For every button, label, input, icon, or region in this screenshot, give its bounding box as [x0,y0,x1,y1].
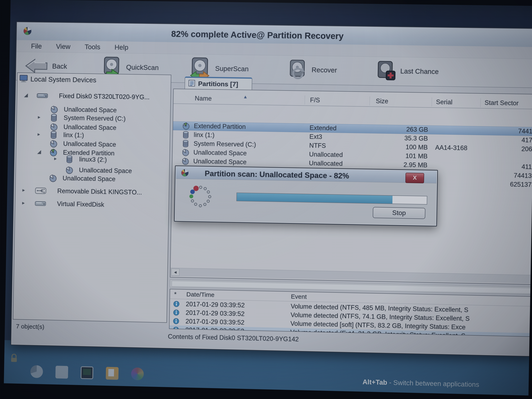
column-event[interactable]: Event [291,293,307,300]
dark-screen-icon[interactable] [81,366,93,379]
toolbar-label: SuperScan [215,65,249,73]
app-logo-icon [23,26,32,36]
cell-fs: Ext3 [309,133,322,141]
usb-icon [35,187,46,195]
tree-item-label: Unallocated Space [64,106,117,114]
tree-item-label: Unallocated Space [63,123,116,132]
object-count-status: 7 object(s) [16,323,44,330]
log-datetime: 2017-01-29 03:39:52 [185,309,245,318]
spinner-dot [191,199,194,202]
unallocated-icon [49,174,57,182]
spinner-dot [204,187,207,190]
partition-icon [50,114,58,122]
expand-icon[interactable]: ▸ [22,200,25,206]
monitor-icon [19,75,28,83]
spinner-dot [203,203,207,206]
expand-icon[interactable]: ▸ [38,114,40,120]
menu-file[interactable]: File [31,42,42,50]
toolbar-label: Back [52,62,67,70]
close-icon[interactable]: X [405,173,424,183]
unallocated-icon [50,123,58,131]
partition-list-icon [188,80,195,88]
white-window-icon[interactable] [55,366,68,379]
scan-spinner [188,184,214,210]
cell-name: System Reserved (C:) [194,140,256,148]
contents-status: Contents of Fixed Disk0 ST320LT020-9YG14… [168,333,299,343]
tree-item-label: linux3 (2:) [79,156,107,163]
cell-name: Unallocated Space [193,158,247,166]
pie-disk-icon[interactable] [30,365,43,378]
tab-partitions-label: Partitions [7] [198,80,238,88]
toolbar-label: QuickScan [126,63,159,72]
expand-icon[interactable]: ▸ [22,187,25,193]
device-tree-header: Local System Devices [19,75,96,85]
unallocated-icon [50,105,58,113]
device-tree-panel: Local System Devices ◢Fixed Disk0 ST320L… [13,72,171,323]
collapse-icon[interactable]: ◢ [37,149,41,155]
window-title: 82% complete Active@ Partition Recovery [171,29,344,41]
stop-button[interactable]: Stop [373,207,425,219]
menu-view[interactable]: View [56,43,71,51]
info-icon [173,301,180,307]
tree-item-removable-disk1-kingsto[interactable]: ▸Removable Disk1 KINGSTO... [15,186,169,198]
cell-start-sector: 2068 [521,145,532,153]
tree-item-label: Virtual FixedDisk [57,200,104,208]
hard-disk-icon [37,92,48,100]
spinner-dot [207,200,210,203]
spinner-dot [189,194,193,198]
partition-recovery-window: 82% complete Active@ Partition Recovery … [11,22,532,357]
partition-icon [182,131,190,139]
unallocated-icon [49,139,57,148]
tree-item-label: linx (1:) [63,131,84,139]
spinner-dot [208,195,211,198]
cell-start-sector: 6251373 [510,181,532,188]
expand-icon[interactable]: ▸ [54,156,57,161]
cell-size: 101 MB [366,152,428,160]
cell-fs: Extended [310,124,337,132]
scroll-left-icon[interactable]: ◄ [171,269,179,276]
info-icon [173,309,180,316]
partition-scan-dialog: Partition scan: Unallocated Space - 82% … [174,165,438,226]
partition-icon [50,131,58,139]
cell-start-sector: 4116 [521,163,532,171]
partition-icon [182,139,190,148]
spinner-dot [199,186,202,189]
menu-help[interactable]: Help [114,43,128,51]
unallocated-icon [181,148,190,156]
device-tree-title: Local System Devices [30,75,96,84]
menu-tools[interactable]: Tools [85,43,100,51]
cell-serial: AA14-3168 [435,144,467,152]
toolbar-label: Last Chance [400,67,439,76]
tree-item-label: System Reserved (C:) [64,114,126,122]
tree-item-fixed-disk0-st320lt020-9yg[interactable]: ◢Fixed Disk0 ST320LT020-9YG... [17,91,171,102]
info-icon [173,326,179,333]
cell-fs: Unallocated [309,159,343,167]
extended-icon [182,122,190,130]
tree-item-label: Removable Disk1 KINGSTO... [57,187,142,196]
collapse-icon[interactable]: ◢ [24,92,28,98]
cell-fs: Unallocated [309,151,343,159]
tree-item-label: Fixed Disk0 ST320LT020-9YG... [59,92,150,101]
screen: 82% complete Active@ Partition Recovery … [4,0,532,395]
dialog-titlebar[interactable]: Partition scan: Unallocated Space - 82% … [176,167,437,183]
taskbar-dock [30,365,144,380]
expand-icon[interactable]: ▸ [38,131,40,137]
toolbar-label: Recover [311,66,337,74]
spinner-dot [193,186,199,191]
column-star[interactable]: * [174,291,177,298]
cell-name: linx (1:) [194,131,215,139]
virtual-disk-icon [35,199,46,208]
pinwheel-icon[interactable] [131,367,144,380]
column-datetime[interactable]: Date/Time [186,291,215,298]
cell-name: Unallocated Space [193,149,247,157]
tree-item-label: Unallocated Space [63,175,115,183]
tree-item-virtual-fixeddisk[interactable]: ▸Virtual FixedDisk [15,199,169,211]
alt-tab-hint-bold: Alt+Tab [362,378,387,386]
cell-size: 263 GB [366,125,428,133]
scan-progress-fill [237,193,393,204]
tab-partitions[interactable]: Partitions [7] [184,76,252,90]
info-icon [173,318,179,324]
cell-size: 2.95 MB [365,160,428,169]
cell-start-sector: 744130 [514,172,532,180]
folder-icon[interactable] [106,367,119,380]
